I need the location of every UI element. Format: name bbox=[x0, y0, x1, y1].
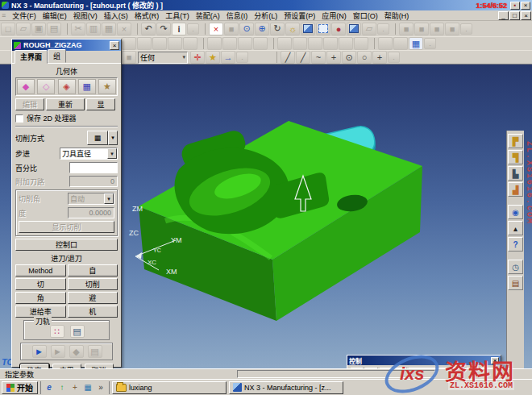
part-tool-icon-4[interactable]: ■ bbox=[445, 23, 459, 35]
history-clock-icon[interactable]: ◷ bbox=[508, 260, 523, 274]
navigator-window-icon[interactable]: ▦ bbox=[409, 37, 423, 50]
list-toolpath-icon[interactable]: ▤ bbox=[88, 345, 102, 358]
corner-button[interactable]: 角 bbox=[15, 292, 66, 304]
menu-window[interactable]: 窗口(O) bbox=[350, 10, 381, 21]
selection-icon[interactable]: ■ bbox=[122, 51, 136, 64]
menu-help[interactable]: 帮助(H) bbox=[381, 10, 413, 21]
cut-method-icon-button[interactable]: ▦ bbox=[87, 131, 108, 145]
quicklaunch-more-icon[interactable]: » bbox=[95, 382, 106, 393]
face-select-icon[interactable]: ★ bbox=[206, 51, 220, 64]
curve-overflow-icon[interactable]: . bbox=[388, 52, 400, 63]
copy-icon[interactable]: ▥ bbox=[86, 23, 101, 35]
wireframe-view-icon[interactable] bbox=[316, 23, 330, 35]
part-overflow-icon[interactable]: . bbox=[460, 23, 472, 35]
display-mode-cube-icon[interactable] bbox=[347, 23, 361, 35]
toolbar-overflow-icon[interactable]: . bbox=[187, 23, 199, 35]
zoom-in-out-icon[interactable]: ⊕ bbox=[255, 23, 269, 35]
menu-file[interactable]: 文件(F) bbox=[9, 10, 39, 21]
polyline-icon[interactable]: ╱ bbox=[296, 51, 310, 64]
dialog-titlebar[interactable]: ROUGH_ZIGZAG × bbox=[12, 40, 121, 51]
point-icon[interactable]: + bbox=[326, 51, 341, 64]
menu-information[interactable]: 信息(I) bbox=[223, 10, 251, 21]
rotate-view-icon[interactable]: ↻ bbox=[270, 23, 285, 35]
ewc-icon[interactable]: ▟ bbox=[508, 182, 523, 197]
op-icon-2[interactable] bbox=[137, 37, 152, 50]
cut-area-icon[interactable]: ▦ bbox=[78, 79, 96, 94]
help-icon[interactable]: ? bbox=[508, 237, 523, 252]
op-icon-6[interactable] bbox=[207, 37, 222, 50]
show-desktop-icon[interactable]: ↑ bbox=[56, 382, 68, 393]
check-geometry-icon[interactable]: ◈ bbox=[58, 79, 76, 94]
toolpath-display-icon[interactable]: ∷ bbox=[50, 325, 64, 338]
nav-icon-1[interactable] bbox=[378, 37, 393, 50]
filter-overflow-icon[interactable]: . bbox=[236, 52, 248, 63]
method-button[interactable]: Method bbox=[15, 264, 66, 276]
menu-edit[interactable]: 编辑(E) bbox=[39, 10, 70, 21]
additional-passes-input[interactable]: 0 bbox=[69, 176, 118, 187]
trim-geometry-icon[interactable]: ★ bbox=[98, 79, 116, 94]
open-file-icon[interactable]: ▱ bbox=[16, 23, 31, 35]
mdi-minimize-button[interactable]: _ bbox=[498, 11, 509, 20]
task-folder-luxiang[interactable]: luxiang bbox=[112, 381, 227, 394]
menu-insert[interactable]: 插入(S) bbox=[101, 10, 131, 21]
print-icon[interactable]: ▤ bbox=[47, 23, 61, 35]
web-browser-icon[interactable]: ◉ bbox=[508, 205, 523, 219]
op-icon-7[interactable] bbox=[222, 37, 237, 50]
shaded-view-icon[interactable] bbox=[301, 23, 315, 35]
replay-toolpath-icon[interactable]: ► bbox=[51, 345, 65, 358]
menu-view[interactable]: 视图(V) bbox=[70, 10, 101, 21]
mdi-close-button[interactable]: × bbox=[521, 11, 531, 20]
information-icon[interactable]: i bbox=[172, 23, 186, 35]
save-2d-checkbox[interactable] bbox=[15, 114, 23, 123]
automatic-button[interactable]: 自 bbox=[68, 264, 118, 276]
redo-icon[interactable]: ↷ bbox=[156, 23, 171, 35]
fit-view-icon[interactable]: ■ bbox=[224, 23, 239, 35]
control-geometry-button[interactable]: 控制口 bbox=[15, 239, 118, 251]
zoom-icon[interactable]: ⊙ bbox=[239, 23, 254, 35]
start-button[interactable]: 开始 bbox=[2, 381, 38, 394]
generate-toolpath-icon[interactable]: ► bbox=[32, 345, 47, 358]
part-tool-icon-1[interactable]: ■ bbox=[399, 23, 414, 35]
notes-icon[interactable]: ▤ bbox=[508, 276, 523, 290]
reselect-geometry-button[interactable]: 重新 bbox=[46, 98, 85, 110]
toolpath-list-icon[interactable]: ▤ bbox=[70, 325, 85, 338]
avoidance-button[interactable]: 避 bbox=[68, 292, 118, 304]
menu-analysis[interactable]: 分析(L) bbox=[251, 10, 281, 21]
mdi-restore-button[interactable]: □ bbox=[509, 11, 520, 20]
nav-icon-2[interactable] bbox=[393, 37, 408, 50]
op-icon-5[interactable] bbox=[183, 37, 197, 50]
program-icon-1[interactable] bbox=[277, 37, 292, 50]
part-geometry-icon[interactable]: ◆ bbox=[17, 79, 35, 94]
stepover-dropdown[interactable]: 刀具直径 ▾ bbox=[60, 148, 118, 160]
machine-button[interactable]: 机 bbox=[68, 306, 118, 318]
task-nx-window[interactable]: NX 3 - Manufacturing - [z... bbox=[229, 381, 343, 394]
cut-method-dropdown-icon[interactable]: ▾ bbox=[108, 131, 118, 145]
tab-main[interactable]: 主界面 bbox=[15, 50, 48, 64]
degrees-input[interactable]: 0.0000 bbox=[68, 207, 114, 218]
close-button[interactable]: × bbox=[521, 2, 530, 10]
selection-filter-dropdown[interactable]: 任何 ▾ bbox=[138, 52, 188, 64]
verify-toolpath-icon[interactable]: ◆ bbox=[69, 345, 84, 358]
verify-icon[interactable] bbox=[354, 37, 368, 50]
sheet-icon[interactable]: ▱ bbox=[362, 23, 376, 35]
light-icon[interactable]: ☼ bbox=[285, 23, 300, 35]
browser-icon[interactable]: e bbox=[44, 382, 55, 393]
recorder-button[interactable]: ▪ bbox=[510, 2, 520, 10]
cut-icon[interactable]: ✂ bbox=[71, 23, 85, 35]
view-overflow-icon[interactable]: . bbox=[377, 23, 389, 35]
op-overflow-icon[interactable]: . bbox=[424, 38, 436, 49]
new-file-icon[interactable]: □ bbox=[1, 23, 15, 35]
geometry-view-icon[interactable]: ▜ bbox=[508, 150, 523, 164]
edit-geometry-button[interactable]: 编辑 bbox=[15, 98, 44, 110]
delete-icon[interactable]: × bbox=[117, 23, 131, 35]
blank-geometry-icon[interactable]: ◇ bbox=[37, 79, 55, 94]
display-geometry-button[interactable]: 显 bbox=[86, 98, 115, 110]
cut-angle-dropdown[interactable]: 自动 ▾ bbox=[68, 193, 114, 205]
op-icon-1[interactable] bbox=[122, 37, 136, 50]
program-icon-4[interactable] bbox=[323, 37, 338, 50]
op-icon-3[interactable] bbox=[152, 37, 167, 50]
menu-tools[interactable]: 工具(T) bbox=[162, 10, 193, 21]
program-icon-3[interactable] bbox=[308, 37, 322, 50]
op-icon-9[interactable] bbox=[253, 37, 268, 50]
menu-assemblies[interactable]: 装配(A) bbox=[193, 10, 223, 21]
